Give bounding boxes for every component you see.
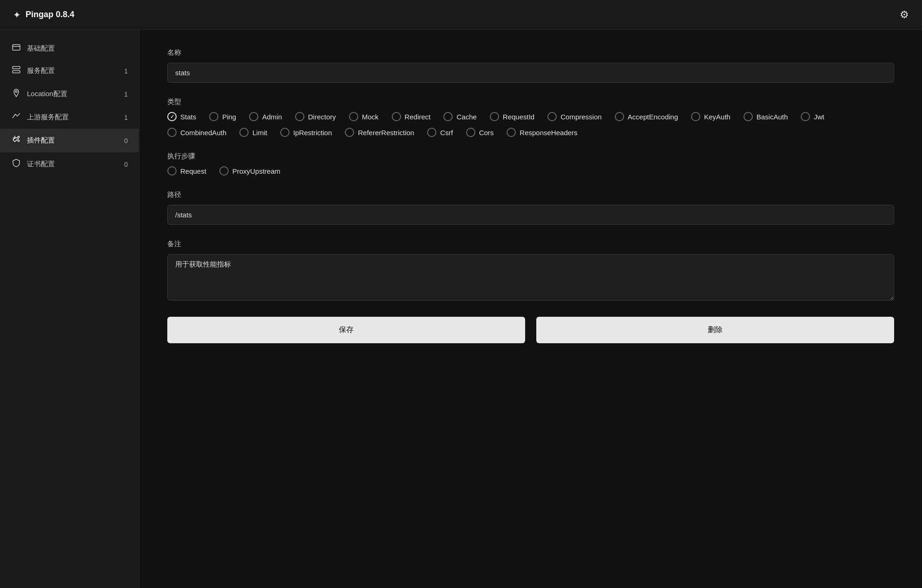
sidebar-label-basic: 基础配置	[27, 44, 128, 53]
type-radio-directory[interactable]: Directory	[295, 112, 336, 121]
type-radio-keyauth[interactable]: KeyAuth	[691, 112, 731, 121]
radio-unchecked-ping	[209, 112, 218, 121]
sidebar-item-upstream[interactable]: 上游服务配置 1	[0, 106, 139, 129]
delete-button[interactable]: 删除	[536, 317, 894, 343]
type-radio-csrf[interactable]: Csrf	[427, 128, 453, 137]
type-radio-stats[interactable]: Stats	[167, 112, 196, 121]
name-label: 名称	[167, 48, 894, 57]
type-radio-compression[interactable]: Compression	[547, 112, 601, 121]
radio-label-compression: Compression	[560, 113, 601, 121]
sidebar-item-basic[interactable]: 基础配置	[0, 37, 139, 59]
remark-input[interactable]: 用于获取性能指标	[167, 254, 894, 301]
radio-checked-stats	[167, 112, 177, 121]
sidebar-item-service[interactable]: 服务配置 1	[0, 59, 139, 82]
step-radio-proxyupstream[interactable]: ProxyUpstream	[219, 166, 280, 176]
type-radio-ping[interactable]: Ping	[209, 112, 236, 121]
svg-rect-2	[13, 66, 20, 69]
radio-unchecked-requestid	[490, 112, 499, 121]
type-radio-mock[interactable]: Mock	[349, 112, 379, 121]
step-section: 执行步骤 Request ProxyUpstream	[167, 152, 894, 176]
type-radio-basicauth[interactable]: BasicAuth	[744, 112, 788, 121]
type-radio-cache[interactable]: Cache	[443, 112, 476, 121]
logo-icon: ✦	[13, 9, 21, 20]
type-radio-iprestriction[interactable]: IpRestriction	[280, 128, 332, 137]
type-radio-cors[interactable]: Cors	[466, 128, 494, 137]
radio-unchecked-admin	[249, 112, 258, 121]
step-label-request: Request	[180, 167, 206, 175]
type-radio-requestid[interactable]: RequestId	[490, 112, 534, 121]
type-radio-refererrestriction[interactable]: RefererRestriction	[345, 128, 414, 137]
content-area: 名称 类型 Stats Ping Admin Directory Mock	[139, 30, 922, 588]
step-radio-request[interactable]: Request	[167, 166, 206, 176]
app-title: Pingap 0.8.4	[26, 10, 74, 20]
radio-unchecked-directory	[295, 112, 304, 121]
service-icon	[11, 66, 21, 76]
location-icon	[11, 89, 21, 99]
sidebar-badge-service: 1	[119, 67, 128, 75]
sidebar: 基础配置 服务配置 1 Location配置 1 上游服务配置 1 插件配置 0…	[0, 30, 139, 588]
type-radio-jwt[interactable]: Jwt	[801, 112, 824, 121]
type-radio-limit[interactable]: Limit	[239, 128, 267, 137]
sidebar-label-service: 服务配置	[27, 66, 113, 75]
header-left: ✦ Pingap 0.8.4	[13, 9, 74, 20]
radio-unchecked-acceptencoding	[615, 112, 624, 121]
path-input[interactable]	[167, 205, 894, 225]
radio-label-admin: Admin	[262, 113, 282, 121]
radio-label-csrf: Csrf	[440, 129, 453, 137]
radio-label-mock: Mock	[362, 113, 379, 121]
sidebar-label-location: Location配置	[27, 90, 113, 98]
radio-label-combinedauth: CombinedAuth	[180, 129, 226, 137]
main-layout: 基础配置 服务配置 1 Location配置 1 上游服务配置 1 插件配置 0…	[0, 30, 922, 588]
radio-label-stats: Stats	[180, 113, 196, 121]
radio-label-refererrestriction: RefererRestriction	[358, 129, 414, 137]
radio-unchecked-iprestriction	[280, 128, 290, 137]
sidebar-item-plugin[interactable]: 插件配置 0	[0, 129, 139, 152]
type-radio-redirect[interactable]: Redirect	[392, 112, 431, 121]
radio-unchecked-keyauth	[691, 112, 700, 121]
step-radio-circle-proxyupstream	[219, 166, 229, 176]
sidebar-label-upstream: 上游服务配置	[27, 113, 113, 122]
radio-unchecked-mock	[349, 112, 358, 121]
cert-icon	[11, 159, 21, 170]
sidebar-label-plugin: 插件配置	[27, 136, 113, 145]
type-radio-combinedauth[interactable]: CombinedAuth	[167, 128, 226, 137]
radio-unchecked-compression	[547, 112, 557, 121]
radio-label-directory: Directory	[308, 113, 336, 121]
type-radio-responseheaders[interactable]: ResponseHeaders	[507, 128, 577, 137]
type-radio-admin[interactable]: Admin	[249, 112, 282, 121]
radio-label-responseheaders: ResponseHeaders	[520, 129, 577, 137]
svg-rect-3	[13, 71, 20, 73]
radio-unchecked-redirect	[392, 112, 401, 121]
path-label: 路径	[167, 190, 894, 199]
sidebar-badge-location: 1	[119, 91, 128, 98]
sidebar-badge-cert: 0	[119, 161, 128, 168]
radio-unchecked-cache	[443, 112, 453, 121]
svg-point-4	[15, 91, 17, 92]
upstream-icon	[11, 112, 21, 122]
radio-label-keyauth: KeyAuth	[704, 113, 731, 121]
header: ✦ Pingap 0.8.4 ⚙	[0, 0, 922, 30]
step-label-proxyupstream: ProxyUpstream	[232, 167, 280, 175]
radio-label-ping: Ping	[222, 113, 236, 121]
type-label: 类型	[167, 98, 894, 106]
radio-label-iprestriction: IpRestriction	[293, 129, 332, 137]
save-button[interactable]: 保存	[167, 317, 525, 343]
remark-label: 备注	[167, 240, 894, 248]
settings-icon[interactable]: ⚙	[900, 9, 909, 21]
sidebar-label-cert: 证书配置	[27, 160, 113, 169]
sidebar-item-location[interactable]: Location配置 1	[0, 82, 139, 106]
path-section: 路径	[167, 190, 894, 225]
radio-unchecked-combinedauth	[167, 128, 177, 137]
radio-unchecked-csrf	[427, 128, 436, 137]
radio-unchecked-refererrestriction	[345, 128, 354, 137]
radio-unchecked-basicauth	[744, 112, 753, 121]
radio-label-cors: Cors	[479, 129, 494, 137]
radio-label-cache: Cache	[456, 113, 476, 121]
type-radio-group: Stats Ping Admin Directory Mock Redirect…	[167, 112, 894, 137]
radio-unchecked-cors	[466, 128, 475, 137]
type-radio-acceptencoding[interactable]: AcceptEncoding	[615, 112, 678, 121]
radio-label-basicauth: BasicAuth	[757, 113, 788, 121]
name-input[interactable]	[167, 63, 894, 83]
plugin-icon	[11, 135, 21, 146]
sidebar-item-cert[interactable]: 证书配置 0	[0, 152, 139, 176]
